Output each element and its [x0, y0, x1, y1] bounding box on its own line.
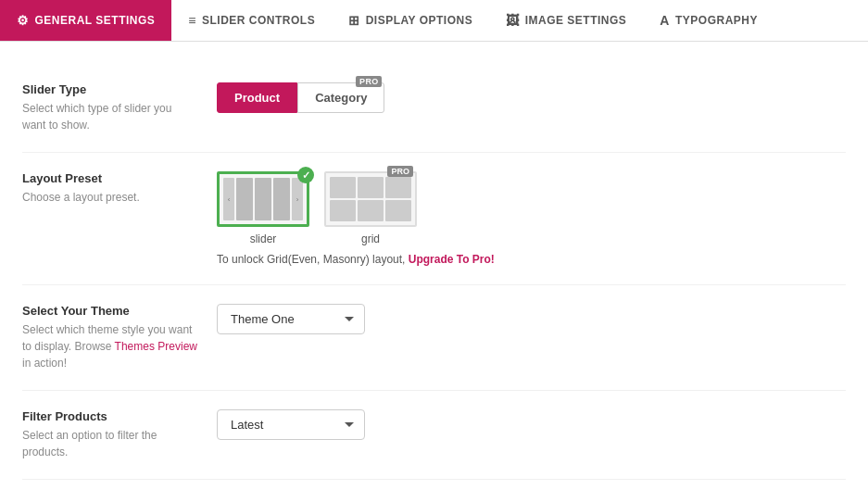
theme-control: Theme One Theme Two — [217, 304, 846, 334]
grid-cell-4 — [330, 200, 356, 221]
themes-preview-link[interactable]: Themes Preview — [115, 340, 197, 353]
filter-control: Latest Featured On Sale — [217, 409, 846, 440]
theme-select[interactable]: Theme One Theme Two — [217, 304, 365, 334]
filter-label: Filter Products — [22, 409, 198, 423]
check-icon: ✓ — [297, 167, 314, 183]
layout-preset-controls: ✓ ‹ › slider — [217, 171, 846, 266]
layout-preset-row: Layout Preset Choose a layout preset. ✓ … — [22, 153, 846, 285]
tab-general-label: GENERAL SETTINGS — [35, 14, 156, 27]
btn-category[interactable]: PRO Category — [297, 82, 384, 113]
tab-display-options[interactable]: ⊞ DISPLAY OPTIONS — [332, 0, 489, 41]
preset-grid-thumb: PRO — [324, 171, 417, 227]
preset-grid[interactable]: PRO grid — [324, 171, 417, 245]
slider-arrow-left: ‹ — [223, 178, 234, 220]
filter-label-col: Filter Products Select an option to filt… — [22, 409, 217, 460]
tab-slider-controls[interactable]: ≡ SLIDER CONTROLS — [171, 0, 332, 41]
filter-desc: Select an option to filter the products. — [22, 427, 198, 460]
layout-preset-label: Layout Preset — [22, 171, 198, 185]
unlock-text: To unlock Grid(Even, Masonry) layout, Up… — [217, 253, 846, 266]
slider-type-label: Slider Type — [22, 82, 198, 96]
theme-desc: Select which theme style you want to dis… — [22, 321, 198, 371]
slider-type-controls: Product PRO Category — [217, 82, 846, 113]
filter-products-row: Filter Products Select an option to filt… — [22, 391, 846, 480]
layout-preset-label-col: Layout Preset Choose a layout preset. — [22, 171, 217, 206]
tab-typography[interactable]: A TYPOGRAPHY — [643, 0, 774, 41]
layout-preset-desc: Choose a layout preset. — [22, 189, 198, 206]
btn-product[interactable]: Product — [217, 82, 297, 113]
grid-cell-3 — [385, 177, 411, 198]
grid-cell-1 — [330, 177, 356, 198]
sliders-icon: ≡ — [188, 13, 196, 28]
preset-slider-label: slider — [250, 232, 277, 245]
select-theme-row: Select Your Theme Select which theme sty… — [22, 285, 846, 391]
theme-label-col: Select Your Theme Select which theme sty… — [22, 304, 217, 371]
preset-slider[interactable]: ✓ ‹ › slider — [217, 171, 309, 245]
grid-cells — [330, 177, 411, 221]
slider-type-desc: Select which type of slider you want to … — [22, 100, 198, 133]
slider-cell-3 — [273, 178, 290, 220]
tab-image-settings[interactable]: 🖼 IMAGE SETTINGS — [489, 0, 643, 41]
slider-cell-2 — [255, 178, 271, 220]
typography-icon: A — [660, 13, 670, 28]
gear-icon: ⚙ — [17, 13, 30, 28]
preset-grid-label: grid — [361, 232, 380, 245]
slider-type-btn-group: Product PRO Category — [217, 82, 846, 113]
tab-display-label: DISPLAY OPTIONS — [366, 14, 473, 27]
nav-tabs: ⚙ GENERAL SETTINGS ≡ SLIDER CONTROLS ⊞ D… — [0, 0, 868, 42]
grid-cell-5 — [358, 200, 384, 221]
slider-layout-grid: ‹ › — [223, 178, 303, 220]
filter-select[interactable]: Latest Featured On Sale — [217, 409, 365, 440]
slider-type-row: Slider Type Select which type of slider … — [22, 64, 846, 153]
slider-type-label-col: Slider Type Select which type of slider … — [22, 82, 217, 133]
layout-presets-container: ✓ ‹ › slider — [217, 171, 846, 245]
tab-image-label: IMAGE SETTINGS — [525, 14, 627, 27]
pro-badge: PRO — [356, 76, 382, 87]
slider-cell-1 — [236, 178, 253, 220]
tab-typography-label: TYPOGRAPHY — [675, 14, 758, 27]
preset-slider-thumb: ✓ ‹ › — [217, 171, 309, 227]
grid-pro-badge: PRO — [387, 166, 413, 177]
slider-cells — [236, 178, 290, 220]
upgrade-link[interactable]: Upgrade To Pro! — [409, 253, 495, 266]
image-icon: 🖼 — [506, 13, 520, 28]
theme-label: Select Your Theme — [22, 304, 198, 318]
slider-arrow-right: › — [292, 178, 303, 220]
grid-cell-2 — [358, 177, 384, 198]
grid-cell-6 — [385, 200, 411, 221]
grid-icon: ⊞ — [348, 13, 360, 28]
main-content: Slider Type Select which type of slider … — [0, 42, 868, 502]
tab-slider-label: SLIDER CONTROLS — [202, 14, 315, 27]
tab-general[interactable]: ⚙ GENERAL SETTINGS — [0, 0, 171, 41]
